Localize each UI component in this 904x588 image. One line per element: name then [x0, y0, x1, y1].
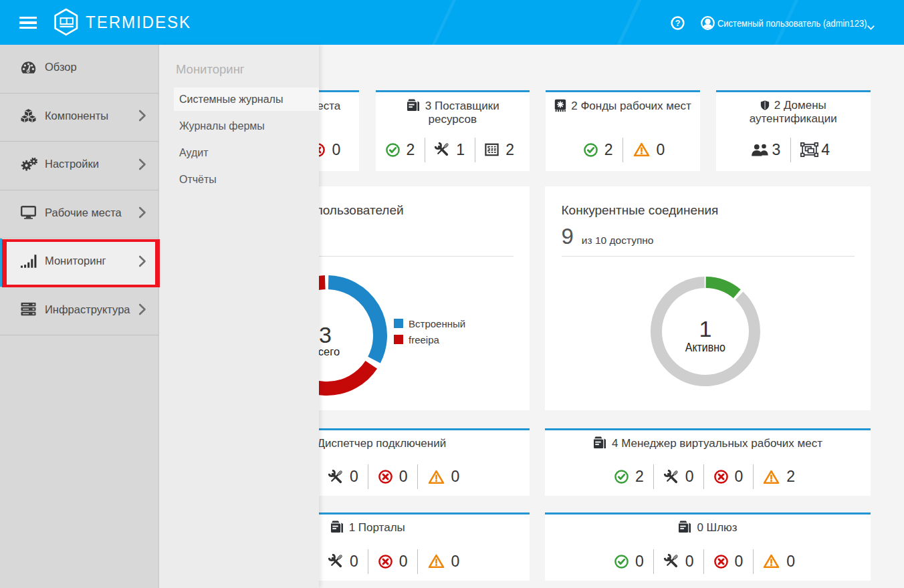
svg-text:?: ? [675, 19, 681, 28]
svg-text:TERMIDESK: TERMIDESK [86, 13, 191, 32]
